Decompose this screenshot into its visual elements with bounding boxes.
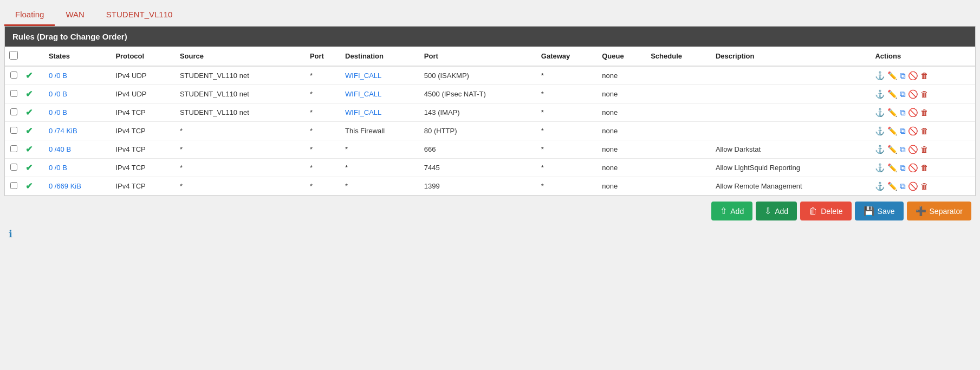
select-all-checkbox[interactable] bbox=[9, 51, 18, 60]
states-link[interactable]: 0 /0 B bbox=[49, 90, 67, 98]
row-checkbox[interactable] bbox=[10, 145, 17, 152]
delete-button[interactable]: 🗑 Delete bbox=[800, 202, 851, 220]
delete-row-icon[interactable]: 🗑 bbox=[920, 126, 929, 135]
row-gateway: * bbox=[538, 85, 599, 103]
col-checkbox bbox=[5, 47, 22, 66]
states-link[interactable]: 0 /669 KiB bbox=[49, 182, 81, 190]
edit-icon[interactable]: ✏️ bbox=[887, 145, 898, 154]
tab-floating[interactable]: Floating bbox=[4, 4, 55, 26]
anchor-icon[interactable]: ⚓ bbox=[875, 108, 885, 118]
delete-row-icon[interactable]: 🗑 bbox=[920, 71, 929, 80]
tab-student-vl110[interactable]: STUDENT_VL110 bbox=[95, 4, 184, 26]
edit-icon[interactable]: ✏️ bbox=[887, 126, 898, 136]
disable-icon[interactable]: 🚫 bbox=[908, 181, 918, 191]
edit-icon[interactable]: ✏️ bbox=[887, 89, 898, 99]
edit-icon[interactable]: ✏️ bbox=[887, 71, 898, 81]
row-queue: none bbox=[599, 159, 647, 177]
row-states[interactable]: 0 /40 B bbox=[46, 140, 113, 159]
col-source: Source bbox=[177, 47, 307, 66]
separator-button[interactable]: ➕ Separator bbox=[907, 202, 971, 220]
states-link[interactable]: 0 /0 B bbox=[49, 72, 67, 80]
anchor-icon[interactable]: ⚓ bbox=[875, 145, 885, 154]
states-link[interactable]: 0 /0 B bbox=[49, 108, 67, 116]
enabled-checkmark: ✔ bbox=[25, 126, 33, 135]
row-source: * bbox=[177, 177, 307, 196]
row-checkbox[interactable] bbox=[10, 164, 17, 171]
disable-icon[interactable]: 🚫 bbox=[908, 89, 918, 99]
row-source: STUDENT_VL110 net bbox=[177, 103, 307, 122]
row-states[interactable]: 0 /0 B bbox=[46, 85, 113, 103]
copy-icon[interactable]: ⧉ bbox=[900, 108, 906, 118]
add-bottom-button[interactable]: ⇩ Add bbox=[756, 202, 797, 220]
add-top-button[interactable]: ⇧ Add bbox=[711, 202, 752, 220]
row-checkbox[interactable] bbox=[10, 72, 17, 79]
row-states[interactable]: 0 /669 KiB bbox=[46, 177, 113, 196]
disable-icon[interactable]: 🚫 bbox=[908, 145, 918, 154]
row-actions: ⚓ ✏️ ⧉ 🚫 🗑 bbox=[872, 140, 975, 159]
save-button[interactable]: 💾 Save bbox=[855, 202, 904, 220]
table-row: ✔0 /0 BIPv4 UDPSTUDENT_VL110 net*WIFI_CA… bbox=[5, 66, 975, 85]
row-checkbox[interactable] bbox=[10, 90, 17, 97]
edit-icon[interactable]: ✏️ bbox=[887, 108, 898, 118]
info-icon: ℹ bbox=[4, 224, 17, 244]
row-protocol: IPv4 TCP bbox=[112, 122, 177, 140]
delete-row-icon[interactable]: 🗑 bbox=[920, 145, 929, 154]
row-states[interactable]: 0 /74 KiB bbox=[46, 122, 113, 140]
copy-icon[interactable]: ⧉ bbox=[900, 71, 906, 81]
states-link[interactable]: 0 /0 B bbox=[49, 164, 67, 172]
disable-icon[interactable]: 🚫 bbox=[908, 71, 918, 81]
destination-link[interactable]: WIFI_CALL bbox=[345, 72, 381, 80]
edit-icon[interactable]: ✏️ bbox=[887, 181, 898, 191]
row-destination[interactable]: WIFI_CALL bbox=[342, 85, 421, 103]
anchor-icon[interactable]: ⚓ bbox=[875, 163, 885, 173]
delete-row-icon[interactable]: 🗑 bbox=[920, 163, 929, 172]
anchor-icon[interactable]: ⚓ bbox=[875, 181, 885, 191]
destination-link[interactable]: WIFI_CALL bbox=[345, 108, 381, 116]
row-protocol: IPv4 UDP bbox=[112, 85, 177, 103]
row-destination[interactable]: This Firewall bbox=[342, 122, 421, 140]
row-states[interactable]: 0 /0 B bbox=[46, 159, 113, 177]
row-checkbox[interactable] bbox=[10, 127, 17, 134]
row-destination[interactable]: * bbox=[342, 159, 421, 177]
row-source: * bbox=[177, 122, 307, 140]
delete-row-icon[interactable]: 🗑 bbox=[920, 89, 929, 99]
states-link[interactable]: 0 /74 KiB bbox=[49, 127, 77, 135]
edit-icon[interactable]: ✏️ bbox=[887, 163, 898, 173]
anchor-icon[interactable]: ⚓ bbox=[875, 126, 885, 136]
table-header-bar: Rules (Drag to Change Order) bbox=[5, 27, 975, 47]
col-protocol: Protocol bbox=[112, 47, 177, 66]
anchor-icon[interactable]: ⚓ bbox=[875, 71, 885, 81]
col-enabled bbox=[22, 47, 46, 66]
delete-row-icon[interactable]: 🗑 bbox=[920, 108, 929, 117]
col-states: States bbox=[46, 47, 113, 66]
info-row: ℹ bbox=[4, 226, 976, 242]
enabled-checkmark: ✔ bbox=[25, 108, 33, 117]
row-checkbox[interactable] bbox=[10, 108, 17, 115]
destination-link[interactable]: WIFI_CALL bbox=[345, 90, 381, 98]
copy-icon[interactable]: ⧉ bbox=[900, 126, 906, 136]
copy-icon[interactable]: ⧉ bbox=[900, 89, 906, 99]
delete-icon: 🗑 bbox=[809, 206, 817, 216]
row-checkbox[interactable] bbox=[10, 182, 17, 189]
row-destination[interactable]: WIFI_CALL bbox=[342, 66, 421, 85]
row-description: Allow Darkstat bbox=[712, 140, 872, 159]
anchor-icon[interactable]: ⚓ bbox=[875, 89, 885, 99]
copy-icon[interactable]: ⧉ bbox=[900, 163, 906, 173]
disable-icon[interactable]: 🚫 bbox=[908, 126, 918, 136]
tab-wan[interactable]: WAN bbox=[55, 4, 95, 26]
disable-icon[interactable]: 🚫 bbox=[908, 108, 918, 118]
disable-icon[interactable]: 🚫 bbox=[908, 163, 918, 173]
delete-row-icon[interactable]: 🗑 bbox=[920, 181, 929, 191]
row-states[interactable]: 0 /0 B bbox=[46, 66, 113, 85]
row-dst-port: 1399 bbox=[421, 177, 538, 196]
row-states[interactable]: 0 /0 B bbox=[46, 103, 113, 122]
row-enabled: ✔ bbox=[22, 177, 46, 196]
row-destination[interactable]: * bbox=[342, 140, 421, 159]
row-destination[interactable]: * bbox=[342, 177, 421, 196]
row-destination[interactable]: WIFI_CALL bbox=[342, 103, 421, 122]
copy-icon[interactable]: ⧉ bbox=[900, 181, 906, 191]
row-enabled: ✔ bbox=[22, 85, 46, 103]
row-enabled: ✔ bbox=[22, 140, 46, 159]
states-link[interactable]: 0 /40 B bbox=[49, 145, 71, 153]
copy-icon[interactable]: ⧉ bbox=[900, 145, 906, 154]
